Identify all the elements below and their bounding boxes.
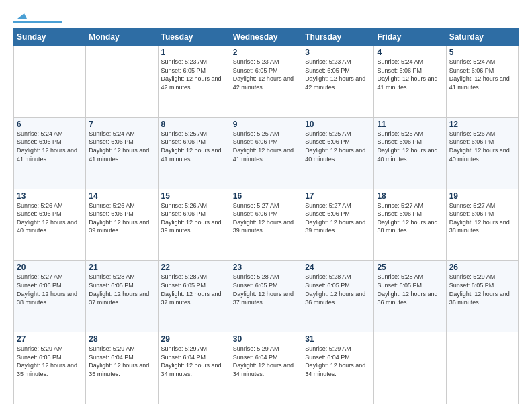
day-number: 20: [17, 263, 83, 272]
day-info: Sunrise: 5:27 AM Sunset: 6:06 PM Dayligh…: [449, 201, 515, 235]
calendar-cell: 3Sunrise: 5:23 AM Sunset: 6:05 PM Daylig…: [302, 46, 374, 118]
calendar-cell: 11Sunrise: 5:25 AM Sunset: 6:06 PM Dayli…: [374, 117, 446, 189]
day-number: 12: [449, 120, 515, 129]
day-number: 24: [305, 263, 371, 272]
day-info: Sunrise: 5:29 AM Sunset: 6:05 PM Dayligh…: [449, 273, 515, 306]
day-info: Sunrise: 5:28 AM Sunset: 6:05 PM Dayligh…: [233, 273, 299, 306]
calendar-cell: 31Sunrise: 5:29 AM Sunset: 6:04 PM Dayli…: [302, 332, 374, 404]
day-number: 31: [305, 334, 371, 344]
calendar-cell: 9Sunrise: 5:25 AM Sunset: 6:06 PM Daylig…: [230, 117, 302, 189]
calendar-cell: 16Sunrise: 5:27 AM Sunset: 6:06 PM Dayli…: [230, 189, 302, 261]
day-info: Sunrise: 5:29 AM Sunset: 6:04 PM Dayligh…: [89, 345, 154, 378]
weekday-header: Wednesday: [230, 29, 302, 46]
calendar-cell: 1Sunrise: 5:23 AM Sunset: 6:05 PM Daylig…: [158, 46, 230, 118]
calendar-cell: 10Sunrise: 5:25 AM Sunset: 6:06 PM Dayli…: [302, 117, 374, 189]
calendar-cell: [14, 46, 86, 118]
day-info: Sunrise: 5:26 AM Sunset: 6:06 PM Dayligh…: [161, 201, 227, 235]
weekday-header: Sunday: [14, 29, 86, 46]
day-info: Sunrise: 5:28 AM Sunset: 6:05 PM Dayligh…: [377, 273, 443, 306]
calendar-week-row: 27Sunrise: 5:29 AM Sunset: 6:05 PM Dayli…: [14, 332, 519, 404]
day-number: 23: [233, 263, 299, 272]
calendar-cell: 26Sunrise: 5:29 AM Sunset: 6:05 PM Dayli…: [446, 261, 518, 332]
day-number: 27: [17, 334, 83, 344]
day-info: Sunrise: 5:25 AM Sunset: 6:06 PM Dayligh…: [233, 130, 299, 163]
calendar-cell: 7Sunrise: 5:24 AM Sunset: 6:06 PM Daylig…: [86, 117, 158, 189]
day-number: 1: [161, 48, 227, 57]
day-number: 7: [89, 120, 154, 129]
day-number: 30: [233, 334, 299, 344]
day-info: Sunrise: 5:29 AM Sunset: 6:04 PM Dayligh…: [161, 345, 227, 378]
day-number: 6: [17, 120, 83, 129]
day-info: Sunrise: 5:29 AM Sunset: 6:04 PM Dayligh…: [233, 345, 299, 378]
day-number: 29: [161, 334, 227, 344]
weekday-header: Friday: [374, 29, 446, 46]
day-number: 21: [89, 263, 154, 272]
day-info: Sunrise: 5:27 AM Sunset: 6:06 PM Dayligh…: [17, 273, 83, 306]
calendar-cell: 6Sunrise: 5:24 AM Sunset: 6:06 PM Daylig…: [14, 117, 86, 189]
day-info: Sunrise: 5:25 AM Sunset: 6:06 PM Dayligh…: [305, 130, 371, 163]
day-info: Sunrise: 5:24 AM Sunset: 6:06 PM Dayligh…: [377, 58, 443, 91]
calendar-cell: 8Sunrise: 5:25 AM Sunset: 6:06 PM Daylig…: [158, 117, 230, 189]
calendar-cell: 30Sunrise: 5:29 AM Sunset: 6:04 PM Dayli…: [230, 332, 302, 404]
calendar-week-row: 1Sunrise: 5:23 AM Sunset: 6:05 PM Daylig…: [14, 46, 519, 118]
day-number: 5: [449, 48, 515, 57]
day-number: 25: [377, 263, 443, 272]
calendar-cell: 21Sunrise: 5:28 AM Sunset: 6:05 PM Dayli…: [86, 261, 158, 332]
day-number: 13: [17, 191, 83, 201]
calendar-table: SundayMondayTuesdayWednesdayThursdayFrid…: [13, 28, 519, 404]
calendar-cell: 5Sunrise: 5:24 AM Sunset: 6:06 PM Daylig…: [446, 46, 518, 118]
calendar-cell: 17Sunrise: 5:27 AM Sunset: 6:06 PM Dayli…: [302, 189, 374, 261]
header: [13, 11, 519, 23]
calendar-cell: 2Sunrise: 5:23 AM Sunset: 6:05 PM Daylig…: [230, 46, 302, 118]
logo: [13, 11, 62, 23]
day-info: Sunrise: 5:25 AM Sunset: 6:06 PM Dayligh…: [161, 130, 227, 163]
calendar-cell: 25Sunrise: 5:28 AM Sunset: 6:05 PM Dayli…: [374, 261, 446, 332]
calendar-week-row: 20Sunrise: 5:27 AM Sunset: 6:06 PM Dayli…: [14, 261, 519, 332]
day-info: Sunrise: 5:24 AM Sunset: 6:06 PM Dayligh…: [89, 130, 154, 163]
day-number: 17: [305, 191, 371, 201]
day-number: 11: [377, 120, 443, 129]
day-info: Sunrise: 5:23 AM Sunset: 6:05 PM Dayligh…: [305, 58, 371, 91]
calendar-week-row: 6Sunrise: 5:24 AM Sunset: 6:06 PM Daylig…: [14, 117, 519, 189]
calendar-cell: [86, 46, 158, 118]
calendar-cell: 18Sunrise: 5:27 AM Sunset: 6:06 PM Dayli…: [374, 189, 446, 261]
day-info: Sunrise: 5:29 AM Sunset: 6:05 PM Dayligh…: [17, 345, 83, 378]
calendar-cell: 14Sunrise: 5:26 AM Sunset: 6:06 PM Dayli…: [86, 189, 158, 261]
calendar-header-row: SundayMondayTuesdayWednesdayThursdayFrid…: [14, 29, 519, 46]
day-info: Sunrise: 5:28 AM Sunset: 6:05 PM Dayligh…: [161, 273, 227, 306]
weekday-header: Monday: [86, 29, 158, 46]
day-info: Sunrise: 5:27 AM Sunset: 6:06 PM Dayligh…: [377, 201, 443, 235]
day-number: 9: [233, 120, 299, 129]
page: SundayMondayTuesdayWednesdayThursdayFrid…: [0, 0, 532, 411]
day-number: 19: [449, 191, 515, 201]
day-info: Sunrise: 5:26 AM Sunset: 6:06 PM Dayligh…: [89, 201, 154, 235]
day-info: Sunrise: 5:26 AM Sunset: 6:06 PM Dayligh…: [449, 130, 515, 163]
day-number: 14: [89, 191, 154, 201]
day-number: 10: [305, 120, 371, 129]
day-number: 3: [305, 48, 371, 57]
day-number: 4: [377, 48, 443, 57]
day-info: Sunrise: 5:29 AM Sunset: 6:04 PM Dayligh…: [305, 345, 371, 378]
calendar-cell: 22Sunrise: 5:28 AM Sunset: 6:05 PM Dayli…: [158, 261, 230, 332]
day-info: Sunrise: 5:23 AM Sunset: 6:05 PM Dayligh…: [161, 58, 227, 91]
calendar-cell: 20Sunrise: 5:27 AM Sunset: 6:06 PM Dayli…: [14, 261, 86, 332]
day-number: 8: [161, 120, 227, 129]
day-info: Sunrise: 5:26 AM Sunset: 6:06 PM Dayligh…: [17, 201, 83, 235]
calendar-cell: 13Sunrise: 5:26 AM Sunset: 6:06 PM Dayli…: [14, 189, 86, 261]
day-number: 26: [449, 263, 515, 272]
logo-underline: [13, 21, 62, 23]
calendar-week-row: 13Sunrise: 5:26 AM Sunset: 6:06 PM Dayli…: [14, 189, 519, 261]
day-info: Sunrise: 5:24 AM Sunset: 6:06 PM Dayligh…: [449, 58, 515, 91]
calendar-cell: 24Sunrise: 5:28 AM Sunset: 6:05 PM Dayli…: [302, 261, 374, 332]
day-number: 22: [161, 263, 227, 272]
day-info: Sunrise: 5:27 AM Sunset: 6:06 PM Dayligh…: [233, 201, 299, 235]
day-info: Sunrise: 5:28 AM Sunset: 6:05 PM Dayligh…: [89, 273, 154, 306]
day-info: Sunrise: 5:24 AM Sunset: 6:06 PM Dayligh…: [17, 130, 83, 163]
weekday-header: Thursday: [302, 29, 374, 46]
day-info: Sunrise: 5:23 AM Sunset: 6:05 PM Dayligh…: [233, 58, 299, 91]
day-number: 2: [233, 48, 299, 57]
calendar-cell: 29Sunrise: 5:29 AM Sunset: 6:04 PM Dayli…: [158, 332, 230, 404]
svg-marker-0: [17, 13, 27, 19]
calendar-cell: [374, 332, 446, 404]
calendar-cell: 12Sunrise: 5:26 AM Sunset: 6:06 PM Dayli…: [446, 117, 518, 189]
